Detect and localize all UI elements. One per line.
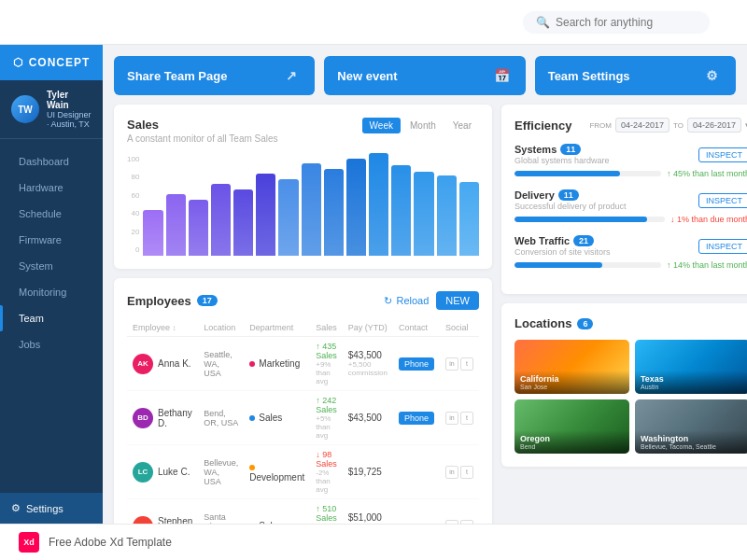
- twitter-icon[interactable]: t: [460, 357, 473, 371]
- phone-button[interactable]: Phone: [399, 357, 434, 371]
- efficiency-item-2: Web Traffic 21 Conversion of site visito…: [514, 235, 747, 270]
- linkedin-icon[interactable]: in: [445, 412, 458, 425]
- bar-11: [391, 165, 411, 256]
- table-row: BD Bethany D. Bend, OR, USA Sales ↑ 242 …: [127, 391, 479, 445]
- employees-header: Employees 17 ↻ Reload NEW: [127, 291, 479, 310]
- bar-4: [233, 189, 253, 257]
- sidebar-item-system[interactable]: System: [0, 253, 103, 279]
- bar-0: [143, 210, 162, 257]
- inspect-button-0[interactable]: INSPECT: [698, 147, 747, 162]
- share-team-page-label: Share Team Page: [127, 69, 227, 83]
- eff-progress-bar-1: [514, 217, 665, 222]
- sidebar-item-schedule[interactable]: Schedule: [0, 201, 103, 227]
- location-card-1[interactable]: Texas Austin: [635, 340, 747, 394]
- bar-7: [302, 163, 321, 256]
- sidebar-item-jobs[interactable]: Jobs: [0, 331, 103, 357]
- emp-location: Bellevue, WA, USA: [198, 445, 244, 499]
- tab-week[interactable]: Week: [362, 118, 401, 133]
- twitter-icon[interactable]: t: [460, 466, 473, 479]
- search-box[interactable]: 🔍: [523, 11, 710, 34]
- date-from-input[interactable]: 04-24-2017: [615, 118, 669, 133]
- sidebar-item-hardware[interactable]: Hardware: [0, 175, 103, 201]
- locations-grid: California San Jose Texas Austin Oregon …: [514, 340, 747, 454]
- location-card-3[interactable]: Washington Bellevue, Tacoma, Seattle: [635, 399, 747, 454]
- left-column: Sales A constant monitor of all Team Sal…: [114, 105, 492, 524]
- footer-text: Free Adobe Xd Template: [49, 536, 172, 549]
- locations-count-badge: 6: [577, 318, 593, 329]
- reload-icon: ↻: [384, 295, 392, 307]
- twitter-icon[interactable]: t: [460, 412, 473, 425]
- locations-title: Locations 6: [514, 316, 593, 330]
- content-grid: Sales A constant monitor of all Team Sal…: [114, 105, 736, 524]
- linkedin-icon[interactable]: in: [445, 466, 458, 479]
- linkedin-icon[interactable]: in: [445, 357, 458, 371]
- efficiency-items: Systems 11 Global systems hardware INSPE…: [514, 144, 747, 270]
- chart-subtitle: A constant monitor of all Team Sales: [127, 133, 278, 144]
- share-sidebar-icon: ⬡: [13, 56, 23, 69]
- efficiency-title: Efficiency: [514, 119, 571, 133]
- new-employee-button[interactable]: NEW: [436, 291, 479, 310]
- new-event-card[interactable]: New event 📅: [324, 56, 525, 95]
- sidebar-item-firmware[interactable]: Firmware: [0, 227, 103, 253]
- emp-sales: ↑ 510 Sales +17% than avg: [310, 499, 343, 525]
- phone-button[interactable]: Phone: [399, 412, 434, 425]
- inspect-button-1[interactable]: INSPECT: [698, 193, 747, 208]
- tab-year[interactable]: Year: [445, 118, 479, 133]
- profile-role: UI Designer · Austin, TX: [47, 110, 92, 129]
- employees-card: Employees 17 ↻ Reload NEW: [114, 278, 492, 524]
- sidebar-item-team[interactable]: Team: [0, 305, 103, 331]
- table-row: SO Stephen O. Santa Clara, CA, USA Sales…: [127, 499, 479, 525]
- inspect-button-2[interactable]: INSPECT: [698, 239, 747, 254]
- table-row: LC Luke C. Bellevue, WA, USA Development…: [127, 445, 479, 499]
- eff-change-0: ↑ 45% than last month: [667, 169, 747, 178]
- bar-3: [211, 184, 231, 256]
- bar-1: [166, 194, 186, 256]
- sidebar-item-dashboard[interactable]: Dashboard: [0, 148, 103, 175]
- emp-social: in t: [440, 337, 479, 391]
- emp-pay: $43,500: [343, 391, 393, 445]
- col-pay: Pay (YTD): [343, 319, 393, 337]
- col-department: Department: [244, 319, 310, 337]
- eff-change-2: ↑ 14% than last month: [667, 260, 747, 270]
- emp-name-cell: SO Stephen O.: [127, 499, 198, 525]
- action-cards-row: Share Team Page ↗ New event 📅 Team Setti…: [114, 56, 736, 95]
- tab-month[interactable]: Month: [402, 118, 444, 133]
- right-panel: Efficiency FROM 04-24-2017 TO 04-26-2017…: [501, 105, 747, 524]
- date-to-input[interactable]: 04-26-2017: [687, 118, 741, 133]
- y-axis-labels: 100 80 60 40 20 0: [127, 153, 139, 256]
- main-content: Share Team Page ↗ New event 📅 Team Setti…: [103, 45, 747, 524]
- bar-10: [369, 153, 388, 256]
- efficiency-item-0: Systems 11 Global systems hardware INSPE…: [514, 144, 747, 178]
- employees-table-body: AK Anna K. Seattle, WA, USA Marketing ↑ …: [127, 337, 479, 525]
- location-card-2[interactable]: Oregon Bend: [514, 399, 629, 454]
- emp-name-cell: AK Anna K.: [127, 337, 198, 391]
- emp-location: Bend, OR, USA: [198, 391, 244, 445]
- bar-6: [278, 179, 298, 257]
- sidebar-logo: ⬡ CONCEPT: [0, 45, 103, 80]
- emp-sales: ↓ 98 Sales -2% than avg: [310, 445, 343, 499]
- date-range: FROM 04-24-2017 TO 04-26-2017 ▾: [589, 118, 747, 133]
- location-card-0[interactable]: California San Jose: [514, 340, 629, 394]
- col-social: Social: [440, 319, 479, 337]
- emp-social: in t: [440, 445, 479, 499]
- locations-card: Locations 6 California San Jose Texas Au…: [501, 303, 747, 467]
- settings-button[interactable]: ⚙ Settings: [0, 493, 103, 524]
- efficiency-card: Efficiency FROM 04-24-2017 TO 04-26-2017…: [501, 105, 747, 294]
- share-team-page-card[interactable]: Share Team Page ↗: [114, 56, 315, 95]
- profile-info: Tyler Wain UI Designer · Austin, TX: [47, 90, 92, 129]
- settings-icon: ⚙: [11, 502, 21, 514]
- emp-location: Seattle, WA, USA: [198, 337, 244, 391]
- footer: Xd Free Adobe Xd Template: [0, 524, 747, 560]
- efficiency-header: Efficiency FROM 04-24-2017 TO 04-26-2017…: [514, 118, 747, 133]
- emp-contact: Phone: [393, 337, 440, 391]
- bar-5: [256, 174, 275, 256]
- team-settings-label: Team Settings: [548, 69, 630, 83]
- reload-button[interactable]: ↻ Reload: [384, 295, 429, 307]
- table-row: AK Anna K. Seattle, WA, USA Marketing ↑ …: [127, 337, 479, 391]
- team-settings-card[interactable]: Team Settings ⚙: [535, 56, 736, 95]
- employees-title: Employees 17: [127, 294, 218, 308]
- sidebar-profile: TW Tyler Wain UI Designer · Austin, TX: [0, 80, 103, 139]
- search-input[interactable]: [556, 16, 697, 29]
- emp-name-cell: LC Luke C.: [127, 445, 198, 499]
- sidebar-item-monitoring[interactable]: Monitoring: [0, 279, 103, 305]
